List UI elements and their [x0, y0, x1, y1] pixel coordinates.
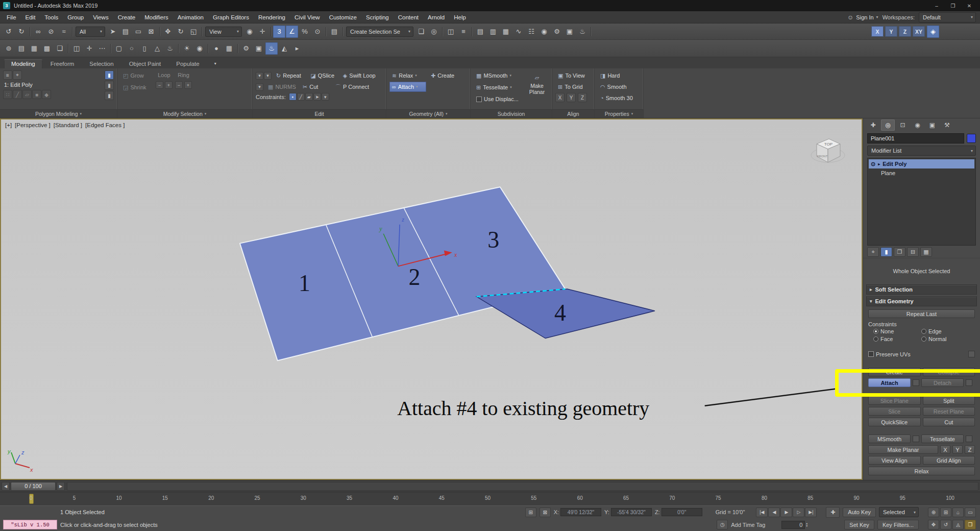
maximize-button[interactable]: ❐ — [945, 1, 961, 10]
visibility-toggle-icon[interactable]: ⊙ — [871, 161, 875, 167]
layer-manager-icon[interactable]: ▤ — [15, 42, 28, 55]
uvw-editor-icon[interactable]: ▦ — [223, 42, 235, 55]
slice-button[interactable]: Slice — [868, 407, 921, 416]
menu-modifiers[interactable]: Modifiers — [140, 11, 173, 23]
zoom-all-icon[interactable]: ⊞ — [940, 508, 951, 517]
rollout-edit-geometry[interactable]: ▾ Edit Geometry — [866, 296, 977, 306]
nurms-button[interactable]: ▦NURMS — [265, 82, 298, 92]
make-planar-button[interactable]: Make Planar — [868, 445, 938, 454]
quickslice-button[interactable]: QuickSlice — [868, 418, 921, 426]
render-production-icon[interactable]: ♨ — [576, 26, 589, 38]
to-view-button[interactable]: ▣To View — [555, 70, 592, 81]
minimize-button[interactable]: – — [929, 1, 944, 10]
hard-button[interactable]: ◨Hard — [598, 70, 638, 81]
shrink-button[interactable]: ◲Shrink — [120, 82, 153, 92]
menu-arnold[interactable]: Arnold — [423, 11, 449, 23]
reference-coordinate-dropdown[interactable]: View ▾ — [205, 27, 242, 37]
utilities-tab-icon[interactable]: ⚒ — [940, 119, 954, 131]
edit-options-2-icon[interactable]: ▾ — [264, 72, 272, 80]
snap-toggle-3d-icon[interactable]: 3 — [273, 26, 285, 38]
planar-x-button[interactable]: X — [940, 445, 950, 454]
edit-options-1-icon[interactable]: ▾ — [256, 72, 263, 80]
viewport-menu-pov[interactable]: [Perspective ] — [15, 122, 51, 128]
tab-populate[interactable]: Populate — [169, 59, 206, 68]
viewport-menu-renderer[interactable]: [Standard ] — [54, 122, 82, 128]
constraint-normal-icon[interactable]: ➤ — [313, 93, 321, 101]
align-tool-icon[interactable]: ✛ — [83, 42, 95, 55]
flyout-arrow-icon[interactable]: ▸ — [291, 42, 303, 55]
constraint-face-radio[interactable]: Face — [873, 336, 917, 342]
create-button[interactable]: Create — [868, 368, 921, 376]
workspaces-dropdown[interactable]: Default ▾ — [919, 12, 976, 22]
y-coordinate-field[interactable]: -55'4 30/32" — [611, 508, 652, 516]
named-selection-dropdown[interactable]: Create Selection Se ▾ — [346, 27, 413, 37]
edit-named-selections-icon[interactable]: ▤ — [328, 26, 340, 38]
msmooth-button[interactable]: MSmooth — [868, 435, 911, 443]
grow-button[interactable]: ◰Grow — [120, 70, 153, 81]
menu-views[interactable]: Views — [88, 11, 113, 23]
attach-button[interactable]: Attach — [868, 378, 911, 387]
frame-number-field[interactable]: 0 — [781, 521, 805, 529]
repeat-button[interactable]: ↻Repeat — [274, 70, 306, 81]
edit-options-3-icon[interactable]: ▾ — [256, 83, 263, 91]
percent-snap-icon[interactable]: % — [299, 26, 311, 38]
selection-filter-dropdown[interactable]: All ▾ — [76, 27, 105, 37]
detach-button[interactable]: Detach — [921, 378, 964, 387]
timeline-next-button[interactable]: ▶ — [57, 482, 65, 491]
pan-icon[interactable]: ✥ — [928, 520, 939, 529]
active-modifier-field[interactable]: 1: Edit Poly — [3, 81, 102, 88]
tab-object-paint[interactable]: Object Paint — [122, 59, 168, 68]
pin-stack-icon[interactable]: ⌖ — [867, 247, 879, 257]
menu-content[interactable]: Content — [394, 11, 423, 23]
menu-create[interactable]: Create — [113, 11, 140, 23]
cut-button-panel[interactable]: Cut — [923, 418, 975, 426]
menu-help[interactable]: Help — [449, 11, 471, 23]
vertex-mode-icon[interactable]: ∷ — [3, 90, 12, 99]
scene-explorer-icon[interactable]: ⊚ — [3, 42, 15, 55]
modifier-list-dropdown[interactable]: Modifier List ▾ — [867, 146, 976, 156]
tab-freeform[interactable]: Freeform — [43, 59, 82, 68]
arnold-render-icon[interactable]: ◭ — [278, 42, 290, 55]
slice-plane-button[interactable]: Slice Plane — [868, 396, 921, 405]
spinner-arrows-icon[interactable]: ▴▾ — [806, 522, 807, 527]
x-coordinate-field[interactable]: 49'0 12/32" — [560, 508, 601, 516]
tessellate-button-ribbon[interactable]: ⊞Tessellate▾ — [474, 82, 523, 92]
ribbon-minimize-icon[interactable]: ▾ — [211, 59, 220, 67]
cylinder-primitive-icon[interactable]: ▯ — [138, 42, 151, 55]
qslice-button[interactable]: ◪QSlice — [308, 70, 338, 81]
menu-edit[interactable]: Edit — [21, 11, 40, 23]
z-coordinate-field[interactable]: 0'0" — [662, 508, 702, 516]
toggle-scene-explorer-icon[interactable]: ▤ — [474, 26, 486, 38]
mirror-tool-icon[interactable]: ◫ — [70, 42, 83, 55]
named-selection-sets-icon[interactable]: ❏ — [415, 26, 427, 38]
auto-key-button[interactable]: Auto Key — [843, 508, 876, 517]
sign-in-button[interactable]: ☺ Sign In ▾ — [847, 14, 878, 21]
render-setup-2-icon[interactable]: ⚙ — [240, 42, 252, 55]
hierarchy-tab-icon[interactable]: ⊡ — [896, 119, 910, 131]
rectangular-selection-region-icon[interactable]: ▭ — [132, 26, 144, 38]
tessellate-settings-button[interactable] — [966, 436, 972, 442]
play-button[interactable]: ▶ — [780, 508, 792, 517]
light-icon[interactable]: ☀ — [181, 42, 193, 55]
constrain-to-xy-plane-button[interactable]: XY — [913, 26, 925, 37]
render-setup-icon[interactable]: ⚙ — [551, 26, 563, 38]
collapse-button[interactable]: Collapse — [923, 368, 975, 376]
preserve-uvs-checkbox[interactable] — [868, 351, 874, 357]
selection-lock-icon[interactable]: ⊠ — [540, 508, 551, 517]
panel-caption-align[interactable]: Align — [552, 109, 594, 118]
loop-button[interactable]: Loop — [158, 70, 170, 80]
tessellate-button[interactable]: Tessellate — [921, 435, 964, 443]
constrain-to-y-button[interactable]: Y — [885, 26, 897, 37]
align-z-button[interactable]: Z — [578, 93, 587, 102]
menu-scripting[interactable]: Scripting — [361, 11, 394, 23]
menu-group[interactable]: Group — [63, 11, 88, 23]
planar-y-button[interactable]: Y — [952, 445, 963, 454]
align-x-button[interactable]: X — [555, 93, 565, 102]
panel-caption-properties[interactable]: Properties ▾ — [595, 109, 643, 118]
select-and-manipulate-icon[interactable]: ✛ — [256, 26, 268, 38]
panel-caption-subdivision[interactable]: Subdivision — [471, 109, 552, 118]
window-crossing-icon[interactable]: ⊠ — [145, 26, 157, 38]
edge-mode-icon[interactable]: ╱ — [13, 90, 22, 99]
rollout-soft-selection[interactable]: ▸ Soft Selection — [866, 284, 977, 295]
msmooth-settings-button[interactable] — [913, 436, 919, 442]
